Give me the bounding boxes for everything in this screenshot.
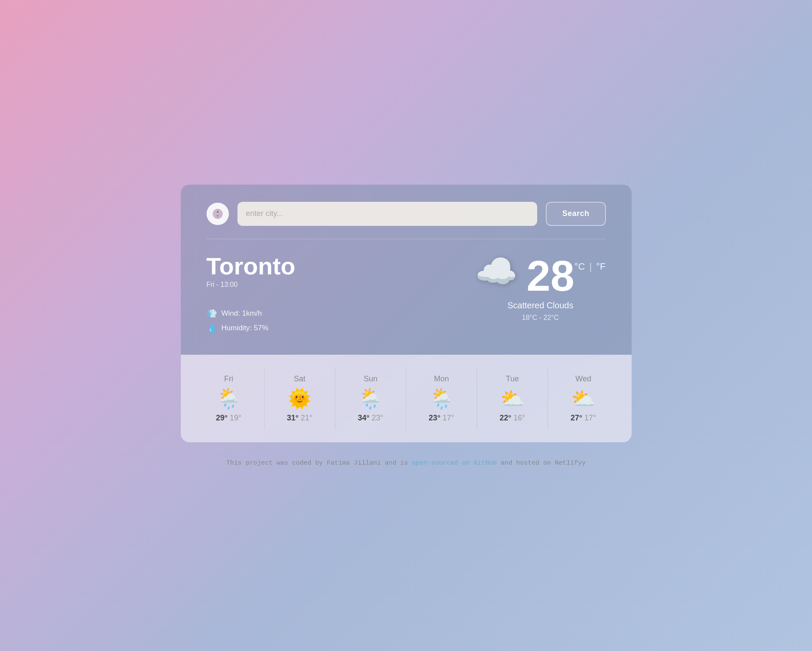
- forecast-temps-mon: 23° 17°: [429, 414, 454, 423]
- search-input[interactable]: [237, 202, 538, 226]
- footer-text-before: This project was coded by Fatima Jillani…: [226, 459, 412, 467]
- day-label: Tue: [506, 374, 519, 383]
- day-label: Wed: [575, 374, 591, 383]
- humidity-stat: 💧 Humidity: 57%: [207, 323, 295, 333]
- forecast-day-tue: Tue ⛅ 22° 16°: [477, 368, 548, 429]
- weather-card: Search Toronto Fri - 13:00 💨 Wind: 1km/h…: [181, 185, 632, 355]
- weather-temp-section: ☁️ 28 °C | °F Scattered Clouds 18°C: [475, 254, 605, 322]
- forecast-temps-fri: 29° 19°: [216, 414, 241, 423]
- forecast-icon-mon: 🌦️: [429, 389, 454, 408]
- svg-point-3: [217, 213, 219, 215]
- temperature-value: 28: [526, 254, 574, 297]
- search-row: Search: [207, 202, 606, 226]
- weather-main: Toronto Fri - 13:00 💨 Wind: 1km/h 💧 Humi…: [207, 254, 606, 333]
- humidity-icon: 💧: [207, 323, 217, 333]
- forecast-day-mon: Mon 🌦️ 23° 17°: [406, 368, 477, 429]
- search-button[interactable]: Search: [546, 202, 605, 226]
- celsius-unit[interactable]: °C: [575, 261, 585, 272]
- day-label: Sun: [364, 374, 377, 383]
- temp-row: ☁️ 28 °C | °F: [475, 254, 605, 297]
- wind-icon: 💨: [207, 308, 217, 319]
- forecast-card: Fri 🌦️ 29° 19° Sat 🌞 31° 21° Sun 🌦️ 34° …: [181, 355, 632, 442]
- github-link[interactable]: open-sourced on GitHub: [412, 459, 497, 467]
- temp-range: 18°C - 22°C: [522, 314, 559, 322]
- day-label: Mon: [434, 374, 449, 383]
- city-datetime: Fri - 13:00: [207, 281, 295, 289]
- compass-icon: [207, 203, 229, 225]
- current-weather-icon: ☁️: [475, 254, 518, 289]
- temp-units[interactable]: °C | °F: [575, 261, 606, 272]
- footer: This project was coded by Fatima Jillani…: [226, 459, 586, 467]
- forecast-temps-tue: 22° 16°: [500, 414, 525, 423]
- wind-value: Wind: 1km/h: [222, 309, 262, 318]
- weather-stats: 💨 Wind: 1km/h 💧 Humidity: 57%: [207, 308, 295, 333]
- forecast-icon-wed: ⛅: [571, 389, 596, 408]
- forecast-icon-sun: 🌦️: [358, 389, 383, 408]
- footer-text-after: and hosted on Netlifyy: [497, 459, 586, 467]
- weather-description: Scattered Clouds: [508, 301, 573, 310]
- humidity-value: Humidity: 57%: [222, 324, 269, 332]
- forecast-day-fri: Fri 🌦️ 29° 19°: [194, 368, 265, 429]
- wind-stat: 💨 Wind: 1km/h: [207, 308, 295, 319]
- day-label: Fri: [224, 374, 233, 383]
- unit-separator: |: [589, 261, 592, 272]
- forecast-temps-sun: 34° 23°: [358, 414, 383, 423]
- forecast-temps-wed: 27° 17°: [571, 414, 596, 423]
- city-info: Toronto Fri - 13:00 💨 Wind: 1km/h 💧 Humi…: [207, 254, 295, 333]
- forecast-day-wed: Wed ⛅ 27° 17°: [548, 368, 618, 429]
- forecast-icon-fri: 🌦️: [216, 389, 241, 408]
- day-label: Sat: [294, 374, 305, 383]
- forecast-icon-tue: ⛅: [500, 389, 525, 408]
- city-name: Toronto: [207, 254, 295, 278]
- forecast-temps-sat: 31° 21°: [287, 414, 312, 423]
- forecast-icon-sat: 🌞: [287, 389, 312, 408]
- forecast-day-sun: Sun 🌦️ 34° 23°: [335, 368, 406, 429]
- app-container: Search Toronto Fri - 13:00 💨 Wind: 1km/h…: [181, 185, 632, 442]
- divider: [207, 239, 606, 239]
- fahrenheit-unit[interactable]: °F: [596, 261, 605, 272]
- forecast-day-sat: Sat 🌞 31° 21°: [265, 368, 335, 429]
